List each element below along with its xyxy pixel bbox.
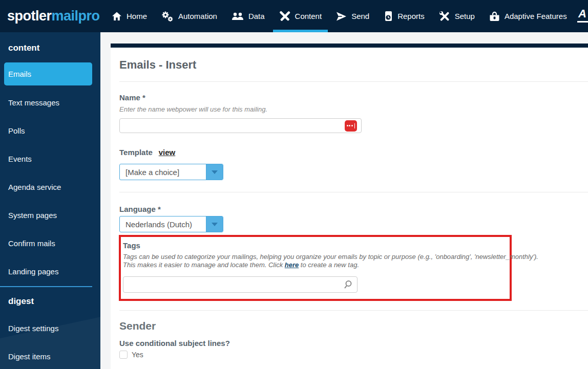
nav-items: Home Automation Data <box>104 0 574 32</box>
chevron-down-icon <box>212 223 218 226</box>
nav-item-reports[interactable]: Reports <box>376 0 432 32</box>
nav-item-automation[interactable]: Automation <box>154 0 224 32</box>
language-dropdown[interactable]: Nederlands (Dutch) <box>119 216 223 232</box>
nav-label: Setup <box>455 12 475 20</box>
search-icon <box>343 280 352 291</box>
page-title: Emails - Insert <box>119 58 588 72</box>
nav-label: Adaptive Features <box>505 12 567 20</box>
language-field-label: Language * <box>119 205 588 213</box>
tags-description-line1: Tags can be used to categorize your mail… <box>123 253 510 261</box>
sidebar-section-digest-title: digest <box>8 296 34 307</box>
top-navigation: spotlermailpro Home Automation <box>0 0 588 32</box>
nav-label: Home <box>127 12 147 20</box>
name-field-label: Name * <box>119 93 588 102</box>
send-icon <box>336 11 347 21</box>
tags-search-input[interactable] <box>123 276 358 293</box>
nav-label: Data <box>248 12 265 20</box>
brand-primary: spotler <box>7 8 52 24</box>
content-icon <box>279 11 290 22</box>
tags-description-line2-prefix: This makes it easier to manage and locat… <box>123 261 285 269</box>
divider <box>119 192 588 192</box>
nav-item-content[interactable]: Content <box>272 0 329 32</box>
adaptive-features-icon <box>489 11 500 21</box>
academy-icon[interactable]: A <box>577 7 588 23</box>
language-dropdown-button[interactable] <box>206 216 223 232</box>
template-field-label: Template <box>119 148 153 157</box>
nav-label: Automation <box>178 12 217 20</box>
automation-icon <box>161 11 174 22</box>
setup-icon <box>439 11 450 22</box>
tags-description-line2: This makes it easier to manage and locat… <box>123 261 510 269</box>
name-input[interactable] <box>119 118 362 133</box>
sidebar-item-label: Emails <box>8 70 31 78</box>
sidebar-item-events[interactable]: Events <box>8 155 32 163</box>
tags-description-line2-suffix: to create a new tag. <box>299 261 359 269</box>
brand-logo[interactable]: spotlermailpro <box>0 8 100 24</box>
nav-item-setup[interactable]: Setup <box>432 0 482 32</box>
sidebar-item-text-messages[interactable]: Text messages <box>8 98 59 107</box>
reports-icon <box>384 11 393 21</box>
tags-field-label: Tags <box>123 241 510 250</box>
sidebar-item-system-pages[interactable]: System pages <box>8 211 57 220</box>
sidebar-item-landing-pages[interactable]: Landing pages <box>8 267 58 276</box>
sidebar-item-digest-items[interactable]: Digest items <box>8 352 51 361</box>
divider <box>119 81 588 82</box>
name-field-help: Enter the name webpower will use for thi… <box>119 105 588 113</box>
conditional-subject-checkbox[interactable] <box>119 351 128 359</box>
sender-section-title: Sender <box>119 320 588 332</box>
sidebar-item-confirm-mails[interactable]: Confirm mails <box>8 239 55 248</box>
sidebar-item-agenda-service[interactable]: Agenda service <box>8 183 61 191</box>
tags-highlight-box: Tags Tags can be used to categorize your… <box>119 235 512 301</box>
sidebar: content Emails Text messages Polls Event… <box>0 32 100 369</box>
template-dropdown-value: [Make a choice] <box>120 164 206 180</box>
template-dropdown[interactable]: [Make a choice] <box>119 164 223 180</box>
sidebar-watermark <box>0 315 100 369</box>
sidebar-divider <box>0 286 92 287</box>
tags-description: Tags can be used to categorize your mail… <box>123 253 510 269</box>
sidebar-section-content-title: content <box>8 43 39 53</box>
nav-label: Reports <box>397 12 425 20</box>
nav-item-send[interactable]: Send <box>329 0 376 32</box>
nav-item-adaptive-features[interactable]: Adaptive Features <box>482 0 574 32</box>
nav-label: Send <box>351 12 369 20</box>
create-tag-here-link[interactable]: here <box>285 261 299 269</box>
sidebar-item-polls[interactable]: Polls <box>8 126 25 135</box>
template-dropdown-button[interactable] <box>206 164 223 180</box>
emails-insert-card: Emails - Insert Name * Enter the name we… <box>111 44 588 369</box>
autofill-icon[interactable] <box>345 120 357 132</box>
template-view-link[interactable]: view <box>159 148 176 157</box>
sidebar-item-digest-settings[interactable]: Digest settings <box>8 324 58 333</box>
language-dropdown-value: Nederlands (Dutch) <box>120 216 206 232</box>
home-icon <box>112 11 122 21</box>
chevron-down-icon <box>212 170 218 174</box>
content-background: Emails - Insert Name * Enter the name we… <box>100 32 588 369</box>
sidebar-item-emails[interactable]: Emails <box>4 62 92 85</box>
data-icon <box>232 12 244 21</box>
nav-label: Content <box>295 12 322 20</box>
nav-item-home[interactable]: Home <box>104 0 154 32</box>
conditional-subject-checkbox-label: Yes <box>132 351 143 359</box>
nav-item-data[interactable]: Data <box>224 0 272 32</box>
brand-secondary: mailpro <box>52 8 100 24</box>
divider <box>119 310 588 311</box>
conditional-subject-label: Use conditional subject lines? <box>119 339 588 348</box>
